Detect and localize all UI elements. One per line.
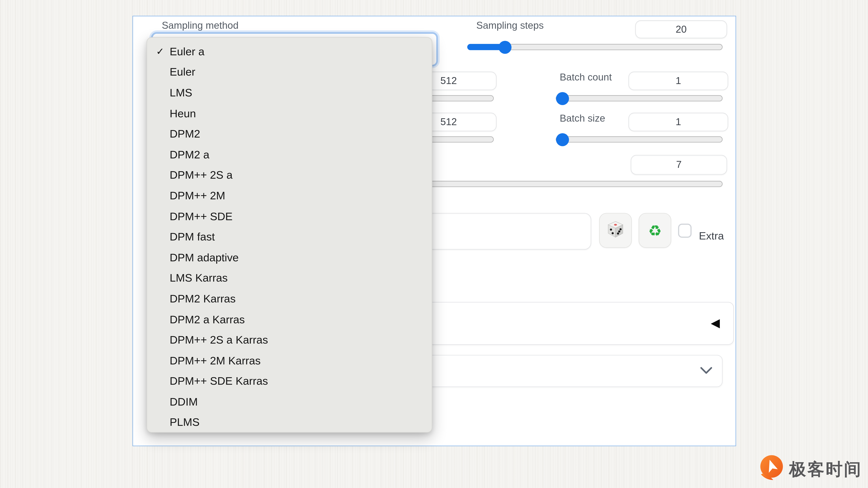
sampler-option[interactable]: DPM++ 2M Karras — [147, 351, 432, 371]
sampler-option[interactable]: DPM2 Karras — [147, 289, 432, 309]
sampler-option[interactable]: DPM fast — [147, 227, 432, 247]
geektime-logo: 极客时间 — [759, 455, 863, 484]
recycle-icon: ♻ — [648, 223, 662, 238]
reuse-seed-button[interactable]: ♻ — [639, 213, 671, 248]
batch-count-slider[interactable] — [556, 95, 722, 101]
geektime-logo-icon — [759, 455, 784, 484]
dice-icon — [604, 218, 627, 243]
batch-count-slider-handle[interactable] — [556, 92, 569, 105]
batch-size-input[interactable] — [628, 113, 728, 131]
cfg-scale-input[interactable] — [631, 155, 727, 174]
sampler-option[interactable]: DPM++ SDE — [147, 206, 432, 227]
accordion-collapse-icon[interactable]: ◀ — [711, 316, 720, 330]
sampler-option-label: Euler — [170, 66, 195, 78]
sampler-option-label: DPM2 a Karras — [170, 313, 245, 326]
sampling-steps-slider[interactable] — [467, 44, 722, 50]
sampler-option[interactable]: ✓ Euler a — [147, 41, 432, 62]
batch-size-slider[interactable] — [556, 136, 722, 142]
batch-count-input[interactable] — [628, 72, 728, 90]
sampler-option-label: PLMS — [170, 416, 199, 429]
sampler-option[interactable]: DPM2 — [147, 124, 432, 144]
batch-size-slider-handle[interactable] — [556, 133, 569, 146]
sampler-option[interactable]: DPM adaptive — [147, 247, 432, 268]
sampler-option[interactable]: LMS — [147, 83, 432, 103]
sampler-option-label: Heun — [170, 107, 196, 120]
extra-checkbox[interactable] — [678, 224, 692, 238]
sampler-option-label: LMS Karras — [170, 272, 228, 285]
sampler-option-label: DPM2 Karras — [170, 292, 236, 305]
sampler-option-label: DPM++ SDE — [170, 210, 233, 223]
selected-check-icon: ✓ — [156, 46, 164, 57]
sampler-option-label: DPM++ 2M Karras — [170, 354, 261, 367]
sampler-option-label: Euler a — [170, 45, 205, 58]
batch-size-label: Batch size — [560, 113, 605, 125]
sampling-steps-input[interactable] — [635, 20, 727, 38]
sampler-option[interactable]: DPM++ 2S a — [147, 165, 432, 186]
sampling-steps-label: Sampling steps — [476, 20, 544, 31]
sampler-option-label: DPM adaptive — [170, 251, 239, 264]
sampler-option-label: DPM++ 2M — [170, 189, 225, 202]
page: Sampling method Sampling steps Batch cou… — [0, 0, 868, 488]
batch-count-label: Batch count — [560, 72, 612, 84]
random-seed-button[interactable] — [599, 213, 632, 248]
sampler-option[interactable]: DPM++ SDE Karras — [147, 371, 432, 392]
geektime-logo-text: 极客时间 — [789, 458, 862, 481]
sampler-option-label: DPM2 a — [170, 148, 210, 161]
sampler-option-label: DPM fast — [170, 230, 215, 243]
sampler-option[interactable]: DPM++ 2M — [147, 185, 432, 206]
sampler-option-label: DDIM — [170, 395, 198, 409]
sampler-option[interactable]: Heun — [147, 103, 432, 124]
sampler-option[interactable]: Euler — [147, 62, 432, 83]
sampler-option[interactable]: PLMS — [147, 412, 432, 433]
sampler-option-label: LMS — [170, 86, 192, 99]
sampler-option-label: DPM2 — [170, 128, 200, 140]
extra-label: Extra — [699, 230, 724, 242]
sampler-option[interactable]: DPM2 a Karras — [147, 309, 432, 330]
sampler-option[interactable]: LMS Karras — [147, 268, 432, 289]
sampler-option-label: DPM++ SDE Karras — [170, 375, 268, 388]
sampler-option-label: DPM++ 2S a Karras — [170, 333, 268, 347]
sampler-option-label: DPM++ 2S a — [170, 169, 233, 182]
sampler-list: ✓ Euler a Euler LMS Heun DPM2 DPM2 a DPM… — [147, 37, 432, 433]
chevron-down-icon[interactable] — [700, 367, 712, 377]
sampler-option[interactable]: DDIM — [147, 392, 432, 412]
sampling-method-label: Sampling method — [162, 20, 239, 31]
sampling-steps-slider-handle[interactable] — [498, 40, 512, 54]
sampler-option[interactable]: DPM++ 2S a Karras — [147, 330, 432, 351]
sampler-option[interactable]: DPM2 a — [147, 144, 432, 165]
